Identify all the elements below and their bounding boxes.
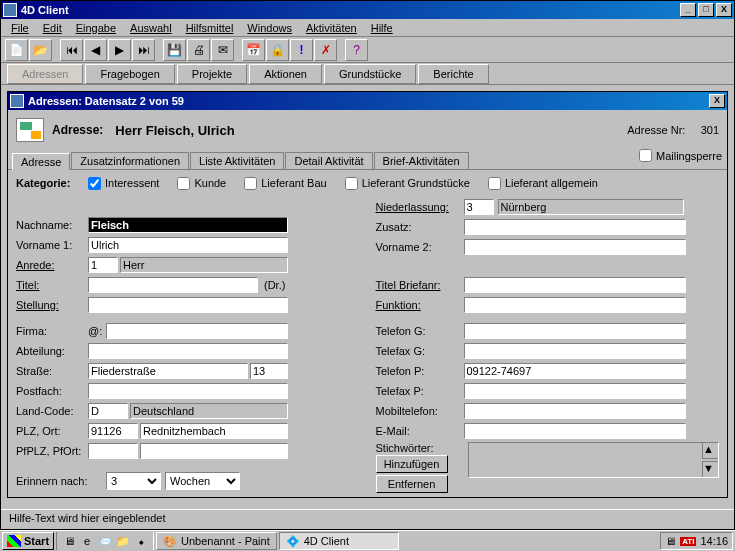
ql-explorer-icon[interactable]: 📁: [115, 533, 131, 549]
scroll-up-icon[interactable]: ▲: [702, 443, 718, 459]
postfach-field[interactable]: [88, 383, 288, 399]
tray-display-icon[interactable]: 🖥: [665, 535, 676, 547]
menu-windows[interactable]: Windows: [241, 21, 298, 35]
strasse-field[interactable]: [88, 363, 248, 379]
plz-field[interactable]: [88, 423, 138, 439]
tb-new-icon[interactable]: 📄: [5, 39, 28, 61]
task-paint[interactable]: 🎨 Unbenannt - Paint: [156, 532, 277, 550]
zusatz-field[interactable]: [464, 219, 686, 235]
task-4dclient[interactable]: 💠 4D Client: [279, 532, 399, 550]
abteilung-field[interactable]: [88, 343, 288, 359]
menu-auswahl[interactable]: Auswahl: [124, 21, 178, 35]
entfernen-button[interactable]: Entfernen: [376, 475, 448, 493]
vorname1-field[interactable]: [88, 237, 288, 253]
tb-info-icon[interactable]: !: [290, 39, 313, 61]
tb-next-icon[interactable]: ▶: [108, 39, 131, 61]
tb-date-icon[interactable]: 📅: [242, 39, 265, 61]
menu-eingabe[interactable]: Eingabe: [70, 21, 122, 35]
tb-first-icon[interactable]: ⏮: [60, 39, 83, 61]
tb-print-icon[interactable]: 🖨: [187, 39, 210, 61]
tab-grundstuecke[interactable]: Grundstücke: [324, 64, 416, 84]
scroll-down-icon[interactable]: ▼: [702, 461, 718, 477]
anrede-code-field[interactable]: [88, 257, 118, 273]
titelbrief-field[interactable]: [464, 277, 686, 293]
pfort-field[interactable]: [140, 443, 288, 459]
check-interessent[interactable]: Interessent: [88, 177, 159, 190]
menu-edit[interactable]: Edit: [37, 21, 68, 35]
check-lieferant-grund[interactable]: Lieferant Grundstücke: [345, 177, 470, 190]
mobil-label: Mobiltelefon:: [376, 405, 464, 417]
tab-projekte[interactable]: Projekte: [177, 64, 247, 84]
adresse-nr: Adresse Nr: 301: [627, 124, 719, 136]
ql-desktop-icon[interactable]: 🖥: [61, 533, 77, 549]
tab-fragebogen[interactable]: Fragebogen: [85, 64, 174, 84]
menu-file[interactable]: File: [5, 21, 35, 35]
tab-aktionen[interactable]: Aktionen: [249, 64, 322, 84]
tb-save-icon[interactable]: 💾: [163, 39, 186, 61]
minimize-button[interactable]: _: [680, 3, 696, 17]
landcode-field[interactable]: [88, 403, 128, 419]
telefaxg-field[interactable]: [464, 343, 686, 359]
titel-field[interactable]: [88, 277, 258, 293]
land-field[interactable]: [130, 403, 288, 419]
vorname2-field[interactable]: [464, 239, 686, 255]
nieder-code-field[interactable]: [464, 199, 494, 215]
record-titlebar: Adressen: Datensatz 2 von 59 X: [8, 92, 727, 110]
mobil-field[interactable]: [464, 403, 686, 419]
ql-ie-icon[interactable]: e: [79, 533, 95, 549]
check-lieferant-bau[interactable]: Lieferant Bau: [244, 177, 326, 190]
itab-liste-akt[interactable]: Liste Aktivitäten: [190, 152, 284, 169]
nieder-text-field[interactable]: [498, 199, 684, 215]
tb-delete-icon[interactable]: ✗: [314, 39, 337, 61]
taskbar: Start 🖥 e 📨 📁 ⬥ 🎨 Unbenannt - Paint 💠 4D…: [0, 530, 735, 551]
vorname1-label: Vorname 1:: [16, 239, 88, 251]
funktion-field[interactable]: [464, 297, 686, 313]
erinnern-unit-select[interactable]: Wochen: [165, 472, 240, 490]
start-button[interactable]: Start: [2, 532, 54, 550]
tab-berichte[interactable]: Berichte: [418, 64, 488, 84]
maximize-button[interactable]: □: [698, 3, 714, 17]
erinnern-val-select[interactable]: 3: [106, 472, 161, 490]
itab-adresse[interactable]: Adresse: [12, 153, 70, 170]
itab-brief-akt[interactable]: Brief-Aktivitäten: [374, 152, 469, 169]
close-button[interactable]: X: [716, 3, 732, 17]
status-text: Hilfe-Text wird hier eingeblendet: [9, 512, 166, 524]
pfplz-field[interactable]: [88, 443, 138, 459]
menu-aktivitaeten[interactable]: Aktivitäten: [300, 21, 363, 35]
tb-open-icon[interactable]: 📂: [29, 39, 52, 61]
itab-detail-akt[interactable]: Detail Aktivität: [285, 152, 372, 169]
record-close-button[interactable]: X: [709, 94, 725, 108]
hinzufuegen-button[interactable]: Hinzufügen: [376, 455, 448, 473]
stichwoerter-list[interactable]: ▲ ▼: [468, 442, 720, 478]
stellung-field[interactable]: [88, 297, 288, 313]
record-window: Adressen: Datensatz 2 von 59 X Adresse: …: [7, 91, 728, 498]
ql-outlook-icon[interactable]: 📨: [97, 533, 113, 549]
itab-zusatz[interactable]: Zusatzinformationen: [71, 152, 189, 169]
tray-clock[interactable]: 14:16: [700, 535, 728, 547]
anrede-text-field[interactable]: [120, 257, 288, 273]
titel-label: Titel:: [16, 279, 88, 291]
tab-adressen[interactable]: Adressen: [7, 64, 83, 84]
check-kunde[interactable]: Kunde: [177, 177, 226, 190]
telefong-field[interactable]: [464, 323, 686, 339]
menu-hilfsmittel[interactable]: Hilfsmittel: [180, 21, 240, 35]
tb-prev-icon[interactable]: ◀: [84, 39, 107, 61]
tb-lock-icon[interactable]: 🔒: [266, 39, 289, 61]
telefaxp-field[interactable]: [464, 383, 686, 399]
check-lieferant-allg[interactable]: Lieferant allgemein: [488, 177, 598, 190]
nachname-field[interactable]: [88, 217, 288, 233]
mailingsperre-check[interactable]: Mailingsperre: [639, 149, 722, 162]
tb-mail-icon[interactable]: ✉: [211, 39, 234, 61]
firma-field[interactable]: [106, 323, 288, 339]
tb-last-icon[interactable]: ⏭: [132, 39, 155, 61]
ql-app-icon[interactable]: ⬥: [133, 533, 149, 549]
hausnr-field[interactable]: [250, 363, 288, 379]
app-icon: [3, 3, 17, 17]
telefonp-field[interactable]: [464, 363, 686, 379]
ort-field[interactable]: [140, 423, 288, 439]
mailingsperre-checkbox[interactable]: [639, 149, 652, 162]
tb-help-icon[interactable]: ?: [345, 39, 368, 61]
menu-hilfe[interactable]: Hilfe: [365, 21, 399, 35]
tray-ati-icon[interactable]: ATI: [680, 537, 696, 546]
email-field[interactable]: [464, 423, 686, 439]
